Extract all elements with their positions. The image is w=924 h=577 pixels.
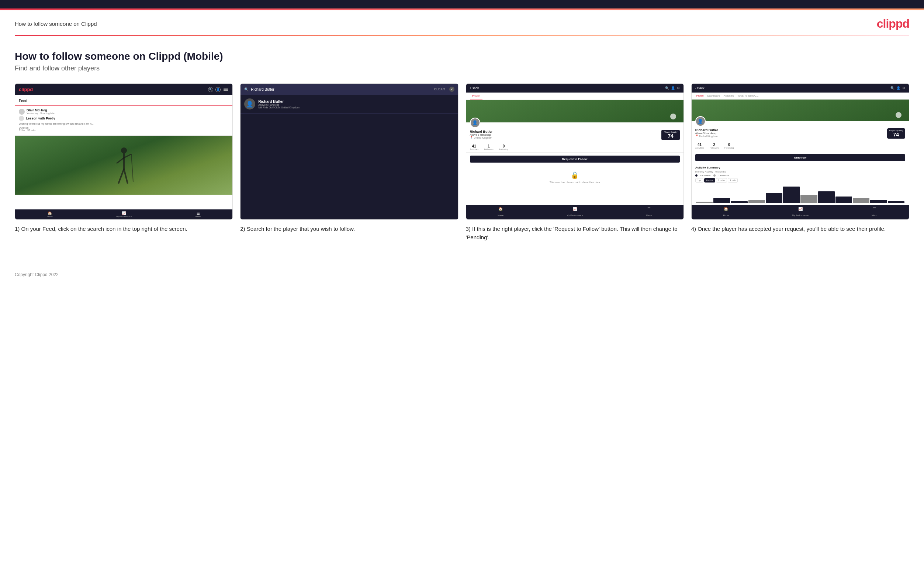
top-bar [0, 0, 924, 10]
s4-stat-following: 0 Following [724, 143, 734, 149]
s4-filter-1mth[interactable]: 1 mth [728, 178, 738, 182]
s4-activity-title: Activity Summary [695, 166, 905, 169]
s4-stat-activities: 41 Activities [695, 143, 704, 149]
s3-private-notice: 🔒 This user has chosen not to share thei… [466, 166, 683, 189]
s3-topbar: ‹ Back 🔍 👤 ⚙ [466, 84, 683, 92]
page-subheading: Find and follow other players [15, 64, 909, 72]
s4-nav-performance[interactable]: 📈 My Performance [792, 207, 809, 218]
main-content: How to follow someone on Clippd (Mobile)… [0, 36, 924, 267]
s4-profile-avatar: 👤 [695, 116, 706, 126]
s1-bottom-nav: 🏠 Home 📈 My Performance ☰ Menu [15, 210, 233, 219]
s3-profile-icon[interactable]: 👤 [671, 86, 675, 90]
s3-nav-menu[interactable]: ☰ Menu [646, 207, 652, 218]
s3-quality-box: Player Quality 74 [661, 130, 679, 140]
chart-bar-1 [713, 198, 730, 203]
screen1: clippd 🔍 👤 [15, 84, 233, 219]
screen3: ‹ Back 🔍 👤 ⚙ Profile [466, 84, 683, 219]
s3-nav-home[interactable]: 🏠 Home [498, 207, 504, 218]
s3-stats: 41 Activities 1 Followers 0 Following [466, 142, 683, 153]
s1-user-row: Blair McHarg Yesterday · Sunningdale [19, 108, 229, 114]
s4-profile-name: Richard Butler [695, 128, 718, 132]
s2-body [241, 114, 458, 219]
s3-follow-button[interactable]: Request to Follow [470, 156, 680, 163]
s2-searchbar: 🔍 Richard Butler CLEAR ✕ [241, 84, 458, 95]
s4-stat-followers: 2 Followers [709, 143, 719, 149]
s3-profile-ball [670, 114, 676, 119]
search-icon[interactable]: 🔍 [208, 87, 213, 92]
s3-tab-profile[interactable]: Profile [470, 92, 483, 100]
s4-chart [695, 185, 905, 203]
s1-avatar [19, 109, 25, 114]
s1-feed-item: Blair McHarg Yesterday · Sunningdale Les… [15, 106, 233, 136]
svg-line-2 [116, 158, 124, 163]
footer: Copyright Clippd 2022 [0, 267, 924, 285]
s4-unfollow-button[interactable]: Unfollow [695, 154, 905, 161]
step-1-card: clippd 🔍 👤 [15, 83, 233, 242]
header-title: How to follow someone on Clippd [15, 21, 97, 27]
s4-search-icon[interactable]: 🔍 [890, 86, 895, 90]
step-4-card: ‹ Back 🔍 👤 ⚙ Profile Dashboard Act [691, 83, 909, 242]
s4-filter-6mths[interactable]: 6 mths [704, 178, 715, 182]
s3-nav-tabs: Profile [466, 92, 683, 100]
s4-quality-value: 74 [889, 132, 903, 137]
s4-topbar: ‹ Back 🔍 👤 ⚙ [691, 84, 909, 92]
s1-nav-home[interactable]: 🏠 Home [47, 211, 53, 218]
s3-settings-icon[interactable]: ⚙ [677, 86, 680, 90]
s1-nav-menu[interactable]: ☰ Menu [195, 211, 201, 218]
menu-icon[interactable] [223, 87, 229, 92]
s4-legend: On course Off course [695, 174, 905, 177]
s4-back-button[interactable]: ‹ Back [695, 86, 704, 90]
chart-bar-8 [835, 197, 852, 203]
s3-back-button[interactable]: ‹ Back [470, 86, 479, 90]
svg-line-6 [131, 154, 133, 182]
s4-activity-sub: Monthly Activity - 6 Months [695, 170, 905, 173]
screen4: ‹ Back 🔍 👤 ⚙ Profile Dashboard Act [691, 84, 909, 219]
s4-profile-icon[interactable]: 👤 [897, 86, 900, 90]
s4-nav-menu[interactable]: ☰ Menu [872, 207, 877, 218]
s4-tab-activities[interactable]: Activities [722, 92, 736, 99]
header: How to follow someone on Clippd clippd [0, 10, 924, 35]
s1-nav: Feed [15, 95, 233, 106]
step-3-card: ‹ Back 🔍 👤 ⚙ Profile [466, 83, 684, 242]
page-heading: How to follow someone on Clippd (Mobile) [15, 50, 909, 62]
top-bar-gradient [0, 8, 924, 10]
s3-profile-name: Richard Butler [470, 130, 493, 134]
s3-private-text: This user has chosen not to share their … [549, 181, 600, 184]
s4-nav-home[interactable]: 🏠 Home [723, 207, 729, 218]
s1-icons: 🔍 👤 [208, 87, 229, 92]
s4-bottom-nav: 🏠 Home 📈 My Performance ☰ Menu [691, 205, 909, 219]
step-4-screenshot: ‹ Back 🔍 👤 ⚙ Profile Dashboard Act [691, 83, 909, 220]
chart-bar-2 [731, 201, 747, 203]
s1-nav-label: Feed [19, 99, 27, 103]
svg-point-0 [121, 147, 127, 153]
s4-activity-section: Activity Summary Monthly Activity - 6 Mo… [691, 164, 909, 205]
s3-icons: 🔍 👤 ⚙ [665, 86, 680, 90]
s3-search-icon[interactable]: 🔍 [665, 86, 669, 90]
s4-profile-info: Richard Butler Above 5 Handicap 📍 United… [691, 121, 909, 141]
chart-bar-4 [766, 193, 782, 203]
step-1-caption: 1) On your Feed, click on the search ico… [15, 225, 233, 234]
s1-lesson-row: Lesson with Fordy [19, 116, 229, 121]
step-3-screenshot: ‹ Back 🔍 👤 ⚙ Profile [466, 83, 684, 220]
s4-filter-1yr[interactable]: 1 yr [695, 178, 703, 182]
svg-line-5 [124, 169, 128, 184]
s4-time-filters: 1 yr 6 mths 3 mths 1 mth [695, 178, 905, 182]
s2-close-button[interactable]: ✕ [449, 87, 454, 92]
s4-settings-icon[interactable]: ⚙ [902, 86, 905, 90]
s2-clear-button[interactable]: CLEAR [434, 87, 445, 91]
s2-result-avatar: 👤 [244, 98, 255, 110]
profile-icon[interactable]: 👤 [215, 87, 221, 92]
step-2-caption: 2) Search for the player that you wish t… [240, 225, 458, 234]
s4-tab-dashboard[interactable]: Dashboard [706, 92, 722, 99]
s4-filter-3mths[interactable]: 3 mths [716, 178, 727, 182]
s3-profile-avatar: 👤 [470, 118, 480, 128]
s3-nav-performance[interactable]: 📈 My Performance [567, 207, 583, 218]
s1-nav-performance[interactable]: 📈 My Performance [116, 211, 132, 218]
s2-result-item[interactable]: 👤 Richard Butler Above 5 Handicap Mill R… [241, 95, 458, 114]
s4-tab-profile[interactable]: Profile [695, 92, 706, 100]
s4-legend-offcourse-label: Off course [719, 174, 729, 177]
s3-handicap: Above 5 Handicap [470, 134, 493, 136]
chart-bar-6 [800, 195, 817, 203]
s4-tab-whattowork[interactable]: What To Work O... [735, 92, 760, 99]
s1-lesson-title: Lesson with Fordy [26, 116, 55, 120]
